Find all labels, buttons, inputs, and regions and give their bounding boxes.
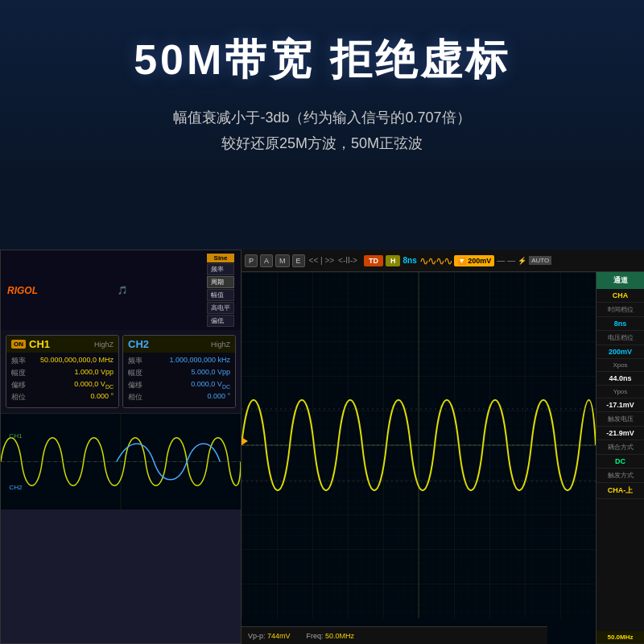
sidebar-xpos-value-item[interactable]: 44.0ns <box>597 372 644 386</box>
xpos-label: Xpos <box>600 361 641 369</box>
top-section: 50M带宽 拒绝虚标 幅值衰减小于-3db（约为输入信号的0.707倍） 较好还… <box>0 0 644 173</box>
sidebar-coupling-label: 耦合方式 <box>597 440 644 455</box>
sidebar-time-label: 时间档位 <box>597 303 644 317</box>
ch2-header: CH2 HighZ <box>123 336 235 353</box>
ch2-param-freq: 频率 1.000,000,000 kHz <box>128 356 230 366</box>
btn-p[interactable]: P <box>245 254 258 267</box>
svg-text:CH1: CH1 <box>9 432 23 440</box>
sidebar-xpos-value: 44.0ns <box>600 374 641 382</box>
sidebar-volt-label: 电压档位 <box>597 331 644 345</box>
osc-screen: Vp-p: 744mV Freq: 50.0MHz <box>242 272 596 644</box>
btn-e[interactable]: E <box>292 254 305 267</box>
subtitle: 幅值衰减小于-3db（约为输入信号的0.707倍） 较好还原25M方波，50M正… <box>16 105 628 157</box>
mode-indicators: P A M E << | >> <-II-> <box>245 254 357 267</box>
sidebar-coupling-value: DC <box>600 457 641 465</box>
menu-sine[interactable]: Sine <box>207 254 234 262</box>
ch1-header: ON CH1 HighZ <box>6 336 118 353</box>
freq-value: 50.0MHz <box>325 632 354 640</box>
oscilloscope-display: P A M E << | >> <-II-> TD H 8ns ∿∿∿∿ 🔽 2… <box>242 250 644 644</box>
sidebar-header-channel: 通道 <box>597 272 644 289</box>
sidebar-trig-volt-item[interactable]: -21.9mV <box>597 427 644 440</box>
menu-freq[interactable]: 频率 <box>207 263 234 275</box>
ch2-highz: HighZ <box>211 341 230 349</box>
menu-lowlevel[interactable]: 偏低 <box>207 315 234 327</box>
subtitle-line1: 幅值衰减小于-3db（约为输入信号的0.707倍） <box>173 109 470 126</box>
tuning-icon: 🎵 <box>118 286 127 295</box>
sidebar-trig-mode-value: CHA-上 <box>600 485 641 496</box>
sidebar-time-value: 8ns <box>600 320 641 328</box>
sidebar-ypos-label: Ypos <box>597 386 644 398</box>
vpp-status: Vp-p: 744mV <box>248 632 291 640</box>
sidebar-trig-mode-label: 触发方式 <box>597 469 644 483</box>
svg-marker-10 <box>242 437 248 445</box>
ch2-label: CH2 <box>128 338 149 350</box>
ch2-param-offset: 偏移 0.000,0 VDC <box>128 380 230 390</box>
sidebar-cha[interactable]: CHA <box>597 289 644 303</box>
auto-indicator: AUTO <box>529 256 551 265</box>
signal-generator-panel: RIGOL 🎵 Sine 频率 周期 幅值 高电平 偏低 ON CH1 High… <box>0 250 242 644</box>
sidebar-volt-value-item[interactable]: 200mV <box>597 345 644 359</box>
trig-mode-label: 触发方式 <box>600 471 641 480</box>
siggen-waveform-display: CH1 CH2 <box>1 413 241 510</box>
sidebar-cha-value: CHA <box>600 291 641 299</box>
time-value: 8ns <box>402 256 416 265</box>
sidebar-ypos-value-item[interactable]: -17.1mV <box>597 398 644 412</box>
dash-val2: — <box>507 256 515 265</box>
main-title: 50M带宽 拒绝虚标 <box>16 32 628 89</box>
menu-period[interactable]: 周期 <box>207 276 234 288</box>
siggen-header: RIGOL 🎵 Sine 频率 周期 幅值 高电平 偏低 <box>1 250 241 330</box>
ch2-param-amp: 幅度 5.000,0 Vpp <box>128 368 230 378</box>
nav-expand: <-II-> <box>338 256 357 265</box>
ch1-params: 频率 50.000,000,000,0 MHz 幅度 1.000,0 Vpp 偏… <box>6 353 118 407</box>
rigol-logo: RIGOL <box>7 285 38 296</box>
ch1-highz: HighZ <box>94 341 114 349</box>
sidebar-coupling-value-item[interactable]: DC <box>597 455 644 469</box>
ch2-params: 频率 1.000,000,000 kHz 幅度 5.000,0 Vpp 偏移 0… <box>123 353 235 407</box>
vpp-value: 744mV <box>267 632 291 640</box>
ch1-box: ON CH1 HighZ 频率 50.000,000,000,0 MHz 幅度 … <box>6 335 119 408</box>
btn-a[interactable]: A <box>260 254 273 267</box>
subtitle-line2: 较好还原25M方波，50M正弦波 <box>221 135 423 151</box>
volt-scale: 🔽 200mV <box>454 255 495 266</box>
coupling-label: 耦合方式 <box>600 443 641 452</box>
sidebar-ypos-value: -17.1mV <box>600 401 641 409</box>
time-档位-label: 时间档位 <box>600 305 641 314</box>
sidebar-time-value-item[interactable]: 8ns <box>597 317 644 331</box>
osc-main: Vp-p: 744mV Freq: 50.0MHz 通道 CHA 时间档位 8n… <box>242 272 644 644</box>
freq-icon: ⚡ <box>518 257 526 265</box>
sidebar-trig-volt-label: 触发电压 <box>597 412 644 427</box>
ch1-param-phase: 相位 0.000 ° <box>11 392 114 402</box>
menu-amplitude[interactable]: 幅值 <box>207 289 234 301</box>
trig-volt-label: 触发电压 <box>600 415 641 423</box>
nav-arrows: << | >> <box>309 256 335 265</box>
ch1-on-badge: ON <box>11 340 26 349</box>
ch1-param-amp: 幅度 1.000,0 Vpp <box>11 368 114 378</box>
btn-td[interactable]: TD <box>364 255 383 266</box>
sidebar-volt-value: 200mV <box>600 348 641 356</box>
siggen-waveform-svg: CH1 CH2 <box>1 414 241 510</box>
ypos-label: Ypos <box>600 388 641 395</box>
svg-text:CH2: CH2 <box>9 484 23 491</box>
menu-highlevel[interactable]: 高电平 <box>207 302 234 314</box>
osc-sidebar: 通道 CHA 时间档位 8ns 电压档位 200mV Xpos <box>596 272 644 644</box>
dash-val1: — <box>497 256 505 265</box>
sidebar-channel-label: 通道 <box>613 276 628 284</box>
ch1-label: CH1 <box>29 338 50 350</box>
volt-档位-label: 电压档位 <box>600 333 641 342</box>
ch1-param-offset: 偏移 0.000,0 VDC <box>11 380 114 390</box>
freq-status: Freq: 50.0MHz <box>307 632 355 640</box>
btn-h[interactable]: H <box>386 255 401 266</box>
btn-m[interactable]: M <box>275 254 290 267</box>
oscilloscope-container: RIGOL 🎵 Sine 频率 周期 幅值 高电平 偏低 ON CH1 High… <box>0 250 644 644</box>
sidebar-bottom-freq: 50.0MHz <box>597 631 644 644</box>
sidebar-freq-val: 50.0MHz <box>600 634 641 641</box>
sidebar-xpos-label: Xpos <box>597 359 644 372</box>
wave-indicator: ∿∿∿∿ <box>419 254 452 267</box>
sidebar-trig-mode-item[interactable]: CHA-上 <box>597 483 644 499</box>
bottom-status: Vp-p: 744mV Freq: 50.0MHz <box>242 626 547 644</box>
ch2-param-phase: 相位 0.000 ° <box>128 392 230 402</box>
status-indicators: TD H 8ns ∿∿∿∿ 🔽 200mV — — ⚡ AUTO <box>364 254 551 267</box>
osc-waveform-svg <box>242 272 596 618</box>
channels-row: ON CH1 HighZ 频率 50.000,000,000,0 MHz 幅度 … <box>1 330 241 413</box>
sidebar-trig-volt-value: -21.9mV <box>600 429 641 437</box>
